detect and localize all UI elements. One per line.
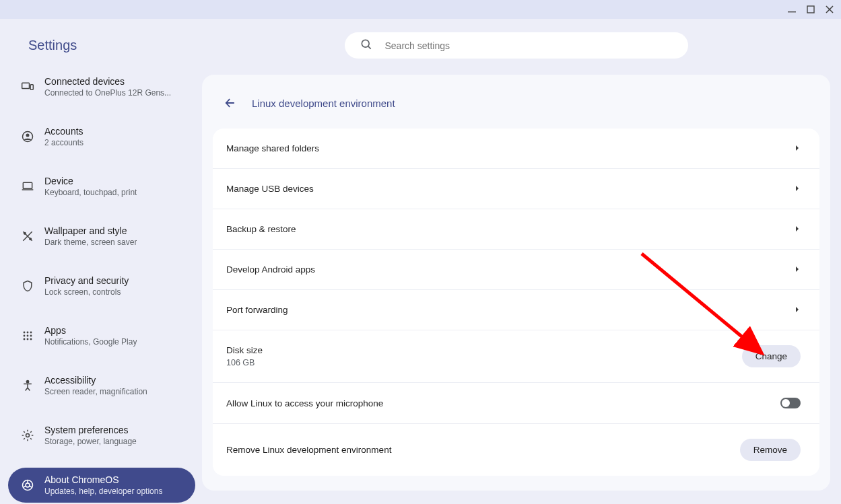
sidebar-item-sub: Dark theme, screen saver xyxy=(44,238,137,247)
svg-rect-6 xyxy=(23,182,32,188)
row-manage-shared-folders[interactable]: Manage shared folders xyxy=(213,129,819,169)
window-titlebar xyxy=(0,0,841,19)
svg-point-8 xyxy=(30,238,32,240)
row-title: Manage shared folders xyxy=(226,143,319,153)
svg-point-19 xyxy=(26,434,30,437)
row-microphone: Allow Linux to access your microphone xyxy=(213,383,819,424)
devices-icon xyxy=(20,79,35,94)
svg-point-5 xyxy=(26,133,30,137)
sidebar-item-connected-devices[interactable]: Connected devices Connected to OnePlus 1… xyxy=(8,69,195,104)
svg-point-22 xyxy=(362,40,369,47)
search-input[interactable] xyxy=(385,40,673,51)
row-sub: 106 GB xyxy=(226,358,263,367)
minimize-button[interactable] xyxy=(787,5,797,14)
svg-point-21 xyxy=(26,483,30,487)
svg-rect-0 xyxy=(788,11,796,12)
laptop-icon xyxy=(20,179,35,194)
svg-point-11 xyxy=(30,332,32,334)
page-title: Linux development environment xyxy=(252,98,395,109)
svg-rect-3 xyxy=(30,85,33,90)
svg-rect-1 xyxy=(807,6,814,13)
sidebar-item-sub: Updates, help, developer options xyxy=(44,487,162,496)
svg-point-9 xyxy=(24,332,26,334)
row-title: Remove Linux development environment xyxy=(226,445,391,455)
svg-point-12 xyxy=(24,335,26,337)
svg-point-17 xyxy=(30,338,32,340)
sidebar-item-sub: Storage, power, language xyxy=(44,437,137,446)
sidebar-item-label: Connected devices xyxy=(44,76,171,87)
svg-point-15 xyxy=(24,338,26,340)
sidebar-item-device[interactable]: Device Keyboard, touchpad, print xyxy=(8,169,195,204)
back-button[interactable] xyxy=(218,91,242,115)
sidebar-item-label: Accounts xyxy=(44,126,83,137)
row-title: Disk size xyxy=(226,345,263,355)
sidebar-item-label: System preferences xyxy=(44,425,137,435)
svg-point-13 xyxy=(27,335,29,337)
row-title: Port forwarding xyxy=(226,305,288,315)
sidebar-item-sub: 2 accounts xyxy=(44,138,83,147)
svg-point-7 xyxy=(24,233,26,235)
shield-icon xyxy=(20,279,35,293)
sidebar-item-sub: Lock screen, controls xyxy=(44,287,129,297)
svg-point-16 xyxy=(27,338,29,340)
sidebar-item-sub: Keyboard, touchpad, print xyxy=(44,188,137,197)
search-icon xyxy=(360,38,373,53)
sidebar-item-label: About ChromeOS xyxy=(44,474,162,485)
row-backup-restore[interactable]: Backup & restore xyxy=(213,209,819,250)
chevron-right-icon xyxy=(794,143,801,153)
wallpaper-icon xyxy=(20,229,35,244)
row-title: Allow Linux to access your microphone xyxy=(226,398,383,408)
svg-point-14 xyxy=(30,335,32,337)
chevron-right-icon xyxy=(794,264,801,275)
sidebar-item-system[interactable]: System preferences Storage, power, langu… xyxy=(8,418,195,453)
svg-point-18 xyxy=(26,381,28,383)
sidebar-item-sub: Notifications, Google Play xyxy=(44,337,137,347)
svg-point-10 xyxy=(27,332,29,334)
chrome-icon xyxy=(20,478,35,493)
sidebar-item-label: Apps xyxy=(44,325,137,336)
change-button[interactable]: Change xyxy=(742,345,801,367)
sidebar-item-label: Privacy and security xyxy=(44,275,129,286)
close-button[interactable] xyxy=(825,5,834,14)
row-manage-usb-devices[interactable]: Manage USB devices xyxy=(213,169,819,209)
sidebar-item-label: Device xyxy=(44,176,137,186)
sidebar-item-about[interactable]: About ChromeOS Updates, help, developer … xyxy=(8,468,195,503)
sidebar-item-apps[interactable]: Apps Notifications, Google Play xyxy=(8,318,195,353)
row-title: Manage USB devices xyxy=(226,184,314,194)
apps-icon xyxy=(20,328,35,343)
sidebar-item-privacy[interactable]: Privacy and security Lock screen, contro… xyxy=(8,268,195,303)
sidebar-item-sub: Connected to OnePlus 12R Gens... xyxy=(44,88,171,98)
sidebar-title: Settings xyxy=(8,31,195,69)
sidebar-item-label: Wallpaper and style xyxy=(44,225,137,236)
row-disk-size: Disk size 106 GB Change xyxy=(213,330,819,383)
settings-rows: Manage shared folders Manage USB devices… xyxy=(213,129,819,476)
row-remove-linux: Remove Linux development environment Rem… xyxy=(213,424,819,476)
gear-icon xyxy=(20,428,35,443)
sidebar-item-sub: Screen reader, magnification xyxy=(44,387,147,396)
content-card: Linux development environment Manage sha… xyxy=(202,75,830,491)
chevron-right-icon xyxy=(794,184,801,194)
row-title: Backup & restore xyxy=(226,224,296,234)
sidebar-item-accessibility[interactable]: Accessibility Screen reader, magnificati… xyxy=(8,368,195,403)
microphone-toggle[interactable] xyxy=(780,398,801,408)
row-title: Develop Android apps xyxy=(226,264,315,275)
row-develop-android[interactable]: Develop Android apps xyxy=(213,250,819,290)
chevron-right-icon xyxy=(794,224,801,234)
maximize-button[interactable] xyxy=(806,5,815,14)
remove-button[interactable]: Remove xyxy=(740,439,801,461)
search-bar[interactable] xyxy=(345,32,688,59)
svg-rect-2 xyxy=(22,83,30,88)
sidebar: Settings Connected devices Connected to … xyxy=(0,19,202,504)
sidebar-item-accounts[interactable]: Accounts 2 accounts xyxy=(8,119,195,154)
sidebar-item-label: Accessibility xyxy=(44,375,147,386)
sidebar-item-wallpaper[interactable]: Wallpaper and style Dark theme, screen s… xyxy=(8,219,195,254)
accessibility-icon xyxy=(20,378,35,393)
chevron-right-icon xyxy=(794,305,801,315)
account-icon xyxy=(20,129,35,144)
row-port-forwarding[interactable]: Port forwarding xyxy=(213,290,819,330)
